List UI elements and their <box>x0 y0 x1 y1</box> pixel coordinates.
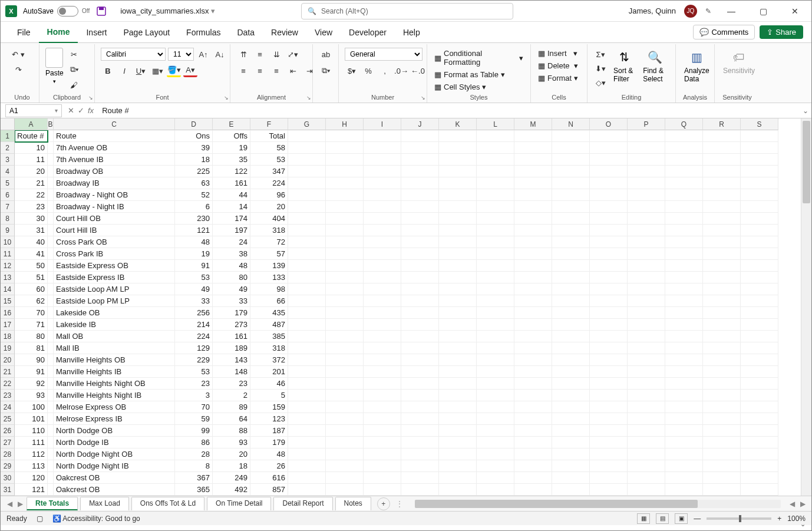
cell-R25[interactable] <box>703 413 741 425</box>
cell-N2[interactable] <box>552 142 590 154</box>
cell-A10[interactable]: 40 <box>15 236 48 248</box>
sheet-nav-prev[interactable]: ◀ <box>4 500 15 508</box>
cell-D5[interactable]: 63 <box>175 177 213 189</box>
cell-B17[interactable] <box>48 319 54 331</box>
cell-P1[interactable] <box>628 130 665 142</box>
cell-C11[interactable]: Cross Park IB <box>54 248 175 260</box>
cell-S6[interactable] <box>741 189 778 201</box>
number-format-select[interactable]: General <box>345 48 422 61</box>
search-box[interactable]: 🔍 Search (Alt+Q) <box>301 3 513 19</box>
cell-E4[interactable]: 122 <box>213 166 250 177</box>
cell-M7[interactable] <box>514 201 552 213</box>
row-header-3[interactable]: 3 <box>1 154 15 166</box>
cell-A30[interactable]: 120 <box>15 472 48 484</box>
autosum-button[interactable]: Σ▾ <box>593 48 608 61</box>
cell-B13[interactable] <box>48 272 54 283</box>
cell-B24[interactable] <box>48 401 54 413</box>
cell-I6[interactable] <box>364 189 401 201</box>
column-headers[interactable]: ABCDEFGHIJKLMNOPQRS <box>15 118 801 130</box>
cell-D2[interactable]: 39 <box>175 142 213 154</box>
cell-A12[interactable]: 50 <box>15 260 48 272</box>
cell-L26[interactable] <box>477 425 514 437</box>
cell-I2[interactable] <box>364 142 401 154</box>
cell-K14[interactable] <box>439 283 477 295</box>
cell-I29[interactable] <box>364 460 401 472</box>
cell-K18[interactable] <box>439 331 477 342</box>
cell-G13[interactable] <box>288 272 326 283</box>
cell-M19[interactable] <box>514 342 552 354</box>
cell-M6[interactable] <box>514 189 552 201</box>
cell-J28[interactable] <box>401 448 439 460</box>
cell-O17[interactable] <box>590 319 628 331</box>
cell-E22[interactable]: 23 <box>213 378 250 390</box>
tab-review[interactable]: Review <box>263 22 306 43</box>
cell-Q6[interactable] <box>665 189 703 201</box>
cell-L9[interactable] <box>477 225 514 236</box>
cell-A23[interactable]: 93 <box>15 390 48 401</box>
row-header-29[interactable]: 29 <box>1 460 15 472</box>
cell-S23[interactable] <box>741 390 778 401</box>
autosave-switch[interactable] <box>57 6 78 17</box>
cell-A16[interactable]: 70 <box>15 307 48 319</box>
cell-I10[interactable] <box>364 236 401 248</box>
cell-H19[interactable] <box>326 342 364 354</box>
cell-N26[interactable] <box>552 425 590 437</box>
cell-E6[interactable]: 44 <box>213 189 250 201</box>
cell-H31[interactable] <box>326 484 364 496</box>
cell-H21[interactable] <box>326 366 364 378</box>
cell-M16[interactable] <box>514 307 552 319</box>
cell-Q23[interactable] <box>665 390 703 401</box>
cell-H10[interactable] <box>326 236 364 248</box>
zoom-in-button[interactable]: + <box>777 514 781 523</box>
cell-A13[interactable]: 51 <box>15 272 48 283</box>
cell-G31[interactable] <box>288 484 326 496</box>
cell-I8[interactable] <box>364 213 401 225</box>
cell-P8[interactable] <box>628 213 665 225</box>
cell-I24[interactable] <box>364 401 401 413</box>
cell-N10[interactable] <box>552 236 590 248</box>
cell-Q3[interactable] <box>665 154 703 166</box>
tab-help[interactable]: Help <box>395 22 428 43</box>
cell-B1[interactable] <box>48 130 54 142</box>
cell-K5[interactable] <box>439 177 477 189</box>
cell-I13[interactable] <box>364 272 401 283</box>
sheet-tab-on-time-detail[interactable]: On Time Detail <box>207 497 271 510</box>
cell-J10[interactable] <box>401 236 439 248</box>
cell-K26[interactable] <box>439 425 477 437</box>
decrease-decimal-button[interactable]: ←.0 <box>411 64 425 77</box>
cell-Q25[interactable] <box>665 413 703 425</box>
cell-A18[interactable]: 80 <box>15 331 48 342</box>
cell-K30[interactable] <box>439 472 477 484</box>
cell-R7[interactable] <box>703 201 741 213</box>
cell-R30[interactable] <box>703 472 741 484</box>
cell-L19[interactable] <box>477 342 514 354</box>
cell-I31[interactable] <box>364 484 401 496</box>
cell-F23[interactable]: 5 <box>250 390 288 401</box>
cell-K9[interactable] <box>439 225 477 236</box>
cell-B18[interactable] <box>48 331 54 342</box>
cell-A22[interactable]: 92 <box>15 378 48 390</box>
col-header-G[interactable]: G <box>288 118 326 130</box>
sheet-nav-next[interactable]: ▶ <box>15 500 25 508</box>
cell-L10[interactable] <box>477 236 514 248</box>
cell-R11[interactable] <box>703 248 741 260</box>
cell-N21[interactable] <box>552 366 590 378</box>
cell-G4[interactable] <box>288 166 326 177</box>
cell-M17[interactable] <box>514 319 552 331</box>
row-header-6[interactable]: 6 <box>1 189 15 201</box>
cell-C25[interactable]: Melrose Express IB <box>54 413 175 425</box>
cell-A27[interactable]: 111 <box>15 437 48 448</box>
cell-H2[interactable] <box>326 142 364 154</box>
cell-N8[interactable] <box>552 213 590 225</box>
cell-I28[interactable] <box>364 448 401 460</box>
cell-S25[interactable] <box>741 413 778 425</box>
cell-R24[interactable] <box>703 401 741 413</box>
cell-O24[interactable] <box>590 401 628 413</box>
percent-button[interactable]: % <box>361 64 375 77</box>
cell-A2[interactable]: 10 <box>15 142 48 154</box>
cell-S16[interactable] <box>741 307 778 319</box>
cell-M20[interactable] <box>514 354 552 366</box>
cell-K15[interactable] <box>439 295 477 307</box>
cell-L22[interactable] <box>477 378 514 390</box>
font-launcher[interactable]: ↘ <box>224 95 229 101</box>
